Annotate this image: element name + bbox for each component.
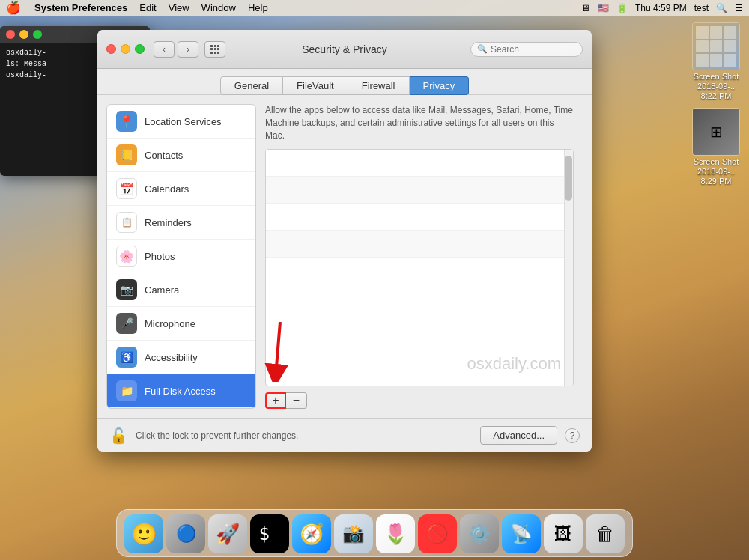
pref-footer: 🔓 Click the lock to prevent further chan…	[97, 418, 592, 452]
app-name-menu[interactable]: System Preferences	[28, 0, 133, 16]
tab-general[interactable]: General	[220, 76, 283, 95]
sidebar-label-accessibility: Accessibility	[145, 352, 198, 363]
window-title: Security & Privacy	[302, 43, 387, 55]
notification-icon[interactable]: ☰	[735, 3, 743, 13]
dock-system-preferences[interactable]: ⚙️	[460, 514, 499, 553]
grid-view-button[interactable]	[204, 41, 225, 58]
dock: 🙂 🔵 🚀 $_ 🧭 📸 🌷 🚫 ⚙️ 📡 🖼 🗑	[116, 509, 633, 557]
maximize-button[interactable]	[135, 44, 145, 54]
sidebar-label-microphone: Microphone	[145, 318, 195, 329]
dock-airdrop[interactable]: 📡	[502, 514, 541, 553]
advanced-button[interactable]: Advanced...	[480, 426, 557, 445]
app-list-row-1[interactable]	[266, 150, 573, 177]
view-menu[interactable]: View	[163, 0, 195, 16]
description-text: Allow the apps below to access data like…	[265, 104, 574, 141]
minimize-button[interactable]	[121, 44, 130, 54]
contacts-icon: 📒	[116, 144, 137, 165]
privacy-sidebar: 📍 Location Services 📒 Contacts 📅 Calenda…	[106, 104, 256, 409]
dock-siri[interactable]: 🔵	[166, 514, 205, 553]
sidebar-item-microphone[interactable]: 🎤 Microphone	[107, 307, 255, 341]
dock-news[interactable]: 🚫	[418, 514, 457, 553]
tab-firewall[interactable]: Firewall	[348, 76, 410, 95]
screenshot-icon-1[interactable]: Screen Shot 2018-09-.. 8:22 PM	[689, 22, 743, 102]
dock-safari[interactable]: 🧭	[292, 514, 331, 553]
terminal-close-button[interactable]	[6, 30, 15, 39]
close-button[interactable]	[106, 44, 116, 54]
screenshot-icon-2[interactable]: ⊞ Screen Shot 2018-09-.. 8:29 PM	[689, 108, 743, 187]
search-box[interactable]: 🔍	[470, 42, 583, 57]
sidebar-label-contacts: Contacts	[145, 150, 183, 161]
list-controls: + −	[265, 392, 574, 409]
photos-icon: 🌸	[116, 246, 137, 267]
sidebar-label-fulldisk: Full Disk Access	[145, 386, 216, 397]
tab-filevault[interactable]: FileVault	[283, 76, 348, 95]
help-button[interactable]: ?	[565, 428, 580, 443]
apple-menu[interactable]: 🍎	[6, 1, 21, 15]
sidebar-item-calendars[interactable]: 📅 Calendars	[107, 172, 255, 206]
flag-icon: 🇺🇸	[598, 3, 609, 13]
app-list-row-5[interactable]	[266, 258, 573, 284]
pref-titlebar: ‹ › Security & Privacy 🔍	[97, 30, 592, 69]
accessibility-icon: ♿	[116, 347, 137, 368]
terminal-minimize-button[interactable]	[19, 30, 28, 39]
sidebar-item-contacts[interactable]: 📒 Contacts	[107, 139, 255, 172]
monitor-icon[interactable]: 🖥	[581, 3, 590, 13]
search-menubar-icon[interactable]: 🔍	[716, 3, 727, 13]
app-list-row-4[interactable]	[266, 231, 573, 258]
back-button[interactable]: ‹	[154, 41, 175, 58]
sidebar-item-accessibility[interactable]: ♿ Accessibility	[107, 341, 255, 374]
tab-privacy[interactable]: Privacy	[410, 76, 470, 95]
add-app-button[interactable]: +	[265, 392, 286, 409]
dock-trash[interactable]: 🗑	[586, 514, 625, 553]
sidebar-item-fulldisk[interactable]: 📁 Full Disk Access	[107, 374, 255, 408]
battery-icon: 🔋	[616, 3, 628, 13]
edit-menu[interactable]: Edit	[133, 0, 162, 16]
pref-content: 📍 Location Services 📒 Contacts 📅 Calenda…	[97, 95, 592, 418]
watermark: osxdaily.com	[467, 354, 561, 374]
location-icon: 📍	[116, 111, 137, 132]
right-panel: Allow the apps below to access data like…	[256, 104, 583, 409]
dock-launchpad[interactable]: 🚀	[208, 514, 247, 553]
remove-app-button[interactable]: −	[286, 392, 307, 409]
lock-text: Click the lock to prevent further change…	[136, 430, 473, 441]
forward-button[interactable]: ›	[178, 41, 198, 58]
tab-bar: General FileVault Firewall Privacy	[97, 69, 592, 95]
sidebar-item-reminders[interactable]: 📋 Reminders	[107, 206, 255, 240]
scrollbar-thumb[interactable]	[565, 156, 572, 201]
menubar-right: 🖥 🇺🇸 🔋 Thu 4:59 PM test 🔍 ☰	[581, 3, 743, 13]
sidebar-item-photos[interactable]: 🌸 Photos	[107, 240, 255, 273]
reminders-icon: 📋	[116, 212, 137, 233]
desktop-icons: Screen Shot 2018-09-.. 8:22 PM ⊞ Screen …	[689, 22, 743, 186]
security-privacy-window: ‹ › Security & Privacy 🔍 General FileVau…	[97, 30, 592, 452]
calendars-icon: 📅	[116, 178, 137, 199]
sidebar-label-photos: Photos	[145, 251, 175, 262]
camera-icon: 📷	[116, 279, 137, 300]
lock-icon[interactable]: 🔓	[109, 427, 128, 445]
sidebar-label-calendars: Calendars	[145, 183, 189, 195]
microphone-icon: 🎤	[116, 313, 137, 334]
help-menu[interactable]: Help	[242, 0, 274, 16]
sidebar-item-location[interactable]: 📍 Location Services	[107, 105, 255, 139]
username: test	[694, 3, 709, 13]
sidebar-item-camera[interactable]: 📷 Camera	[107, 273, 255, 307]
dock-screenshot[interactable]: 📸	[334, 514, 373, 553]
navigation-buttons: ‹ ›	[154, 41, 225, 58]
scrollbar-track[interactable]	[564, 150, 573, 386]
app-list-row-2[interactable]	[266, 177, 573, 204]
search-input[interactable]	[491, 44, 573, 55]
app-list-row-3[interactable]	[266, 204, 573, 231]
terminal-maximize-button[interactable]	[33, 30, 42, 39]
search-icon: 🔍	[477, 44, 488, 54]
clock: Thu 4:59 PM	[635, 3, 687, 13]
dock-photos[interactable]: 🌷	[376, 514, 415, 553]
fulldisk-icon: 📁	[116, 380, 137, 401]
sidebar-label-reminders: Reminders	[145, 217, 192, 228]
apps-list: osxdaily.com	[265, 149, 574, 386]
sidebar-label-camera: Camera	[145, 284, 179, 296]
dock-finder[interactable]: 🙂	[124, 514, 163, 553]
sidebar-label-location: Location Services	[145, 116, 222, 127]
dock-terminal[interactable]: $_	[250, 514, 289, 553]
menubar: 🍎 System Preferences Edit View Window He…	[0, 0, 749, 16]
window-menu[interactable]: Window	[195, 0, 242, 16]
dock-image-capture[interactable]: 🖼	[544, 514, 583, 553]
